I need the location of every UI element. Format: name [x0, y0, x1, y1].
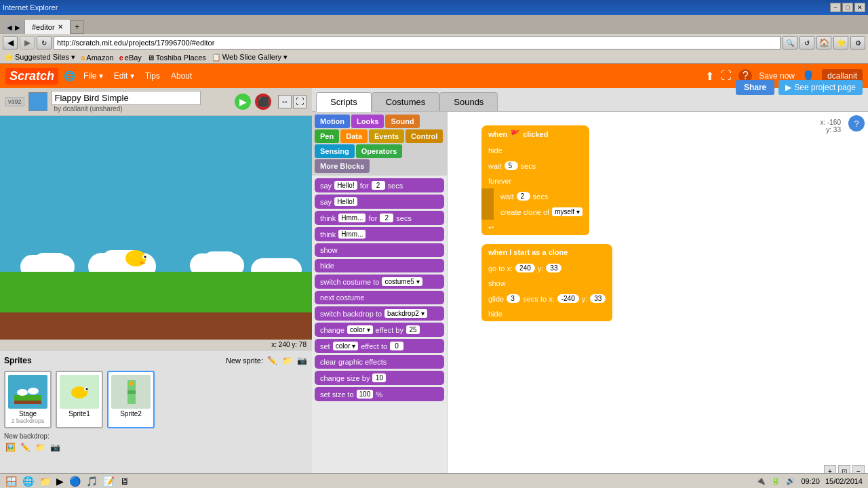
forward-button[interactable]: ▶: [20, 36, 35, 49]
terminal-icon[interactable]: 🖥: [120, 476, 130, 487]
backdrop-import-icon[interactable]: 🖼️: [4, 441, 16, 453]
block-next-costume[interactable]: next costume: [315, 291, 444, 304]
block-say[interactable]: say Hello!: [315, 195, 444, 209]
address-bar[interactable]: [54, 36, 781, 49]
close-button[interactable]: ✕: [854, 3, 865, 12]
tab-sounds[interactable]: Sounds: [439, 92, 498, 111]
fullscreen-icon[interactable]: ⛶: [721, 70, 732, 82]
help-icon[interactable]: ?: [848, 115, 865, 131]
sprite-item-sprite1[interactable]: Sprite1: [56, 371, 103, 428]
tab-scripts[interactable]: Scripts: [316, 92, 372, 112]
block-think-secs-val[interactable]: 2: [380, 214, 393, 222]
search-icon[interactable]: 🔍: [783, 36, 797, 49]
block-set-effect[interactable]: set color ▾ effect to 0: [315, 339, 444, 353]
bookmark-toshiba[interactable]: 🖥 Toshiba Places: [147, 54, 206, 62]
glide-x[interactable]: -240: [557, 294, 579, 303]
block-hide[interactable]: hide: [315, 259, 444, 272]
forever-block[interactable]: forever: [481, 174, 589, 188]
sprite-item-sprite2[interactable]: Sprite2: [107, 371, 155, 428]
back-icon[interactable]: ◀: [7, 24, 12, 31]
about-menu[interactable]: About: [168, 70, 195, 82]
favorites-icon[interactable]: ⭐: [833, 36, 848, 49]
tools-icon[interactable]: ⚙: [850, 36, 865, 49]
goto-y[interactable]: 33: [546, 264, 561, 272]
block-costume-select[interactable]: costume5 ▾: [382, 277, 422, 286]
block-show[interactable]: show: [315, 243, 444, 257]
file-menu[interactable]: File ▾: [81, 70, 106, 82]
globe-icon[interactable]: 🌐: [64, 70, 75, 81]
home-icon[interactable]: 🏠: [816, 36, 831, 49]
upload-icon[interactable]: ⬆: [705, 70, 714, 83]
new-sprite-camera-icon[interactable]: 📷: [296, 354, 308, 367]
block-think-text[interactable]: Hmm...: [338, 230, 366, 239]
cat-data-btn[interactable]: Data: [340, 129, 368, 143]
block-think-secs[interactable]: think Hmm... for 2 secs: [315, 211, 444, 225]
when-clone-hat[interactable]: when I start as a clone: [481, 244, 612, 260]
wait-5-val[interactable]: 5: [505, 161, 518, 170]
notepad-icon[interactable]: 📝: [103, 476, 115, 487]
cat-pen-btn[interactable]: Pen: [315, 129, 339, 143]
block-say-secs[interactable]: say Hello! for 2 secs: [315, 178, 444, 192]
project-title-input[interactable]: [52, 91, 201, 105]
backdrop-camera-icon[interactable]: 📷: [49, 441, 61, 453]
block-change-size[interactable]: change size by 10: [315, 371, 444, 385]
block-clear-effects[interactable]: clear graphic effects: [315, 355, 444, 369]
wait-2-val[interactable]: 2: [517, 192, 530, 201]
block-effect-select[interactable]: color ▾: [347, 325, 372, 334]
new-tab-button[interactable]: +: [71, 20, 84, 34]
chrome-icon[interactable]: 🔵: [69, 476, 81, 487]
normal-mode-icon[interactable]: ↔: [278, 95, 292, 108]
block-set-size-val[interactable]: 100: [357, 390, 374, 399]
forward-icon[interactable]: ▶: [15, 24, 20, 31]
sprite-item-stage[interactable]: Stage 2 backdrops: [4, 371, 52, 428]
block-think[interactable]: think Hmm...: [315, 227, 444, 241]
back-button[interactable]: ◀: [3, 36, 18, 49]
cat-events-btn[interactable]: Events: [369, 129, 404, 143]
block-switch-costume[interactable]: switch costume to costume5 ▾: [315, 274, 444, 289]
backdrop-paint-icon[interactable]: ✏️: [19, 441, 31, 453]
green-flag-button[interactable]: ▶: [235, 94, 251, 110]
new-sprite-paint-icon[interactable]: ✏️: [266, 354, 278, 367]
block-switch-backdrop[interactable]: switch backdrop to backdrop2 ▾: [315, 306, 444, 321]
bookmark-ebay[interactable]: e eBay: [119, 54, 142, 62]
block-say-val[interactable]: Hello!: [334, 181, 357, 190]
tab-costumes[interactable]: Costumes: [372, 92, 440, 111]
bookmark-suggested[interactable]: ⭐ Suggested Sites ▾: [4, 53, 75, 62]
see-project-button[interactable]: ▶ See project page: [778, 80, 863, 95]
scratch-logo[interactable]: Scratch: [5, 68, 58, 85]
start-icon[interactable]: 🪟: [5, 476, 17, 487]
block-size-val[interactable]: 10: [372, 373, 386, 382]
media-icon[interactable]: ▶: [56, 476, 64, 487]
bookmark-amazon[interactable]: a Amazon: [81, 54, 113, 62]
glide-secs[interactable]: 3: [507, 294, 520, 303]
cat-more-btn[interactable]: More Blocks: [315, 159, 370, 173]
backdrop-upload-icon[interactable]: 📁: [34, 441, 46, 453]
cat-looks-btn[interactable]: Looks: [351, 115, 384, 128]
minimize-button[interactable]: −: [830, 3, 841, 12]
create-clone-block[interactable]: create clone of myself ▾: [494, 204, 589, 220]
wait-2-block[interactable]: wait 2 secs: [494, 188, 589, 204]
cat-sound-btn[interactable]: Sound: [385, 115, 419, 128]
wait-5-block[interactable]: wait 5 secs: [481, 158, 589, 174]
block-effect-val[interactable]: 25: [406, 325, 420, 334]
cat-motion-btn[interactable]: Motion: [315, 115, 350, 128]
block-say-text[interactable]: Hello!: [334, 197, 357, 206]
hide-block[interactable]: hide: [481, 143, 589, 158]
fullscreen-stage-icon[interactable]: ⛶: [293, 95, 307, 108]
goto-x[interactable]: 240: [515, 264, 535, 272]
bookmark-webslice[interactable]: 📋 Web Slice Gallery ▾: [212, 53, 288, 62]
tab-close-icon[interactable]: ✕: [58, 23, 63, 30]
ie-icon[interactable]: 🌐: [22, 476, 34, 487]
explorer-icon[interactable]: 📁: [39, 476, 51, 487]
hide-block-2[interactable]: hide: [481, 306, 612, 321]
block-say-secs-val[interactable]: 2: [372, 181, 385, 190]
new-sprite-import-icon[interactable]: 📁: [281, 354, 293, 367]
maximize-button[interactable]: □: [842, 3, 853, 12]
stop-button[interactable]: ⬛: [255, 94, 271, 110]
block-backdrop-select[interactable]: backdrop2 ▾: [384, 309, 427, 318]
refresh-button[interactable]: ↻: [37, 36, 52, 49]
goto-block[interactable]: go to x: 240 y: 33: [481, 260, 612, 276]
cat-operators-btn[interactable]: Operators: [356, 144, 403, 158]
music-icon[interactable]: 🎵: [86, 476, 98, 487]
share-button[interactable]: Share: [736, 80, 774, 95]
